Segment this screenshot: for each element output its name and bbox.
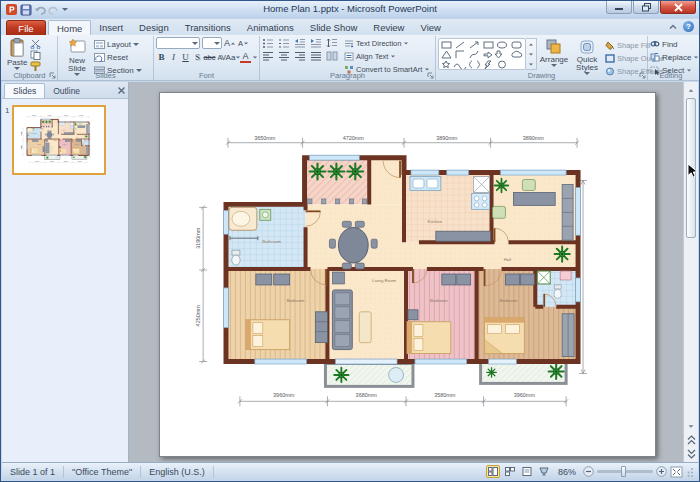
close-button[interactable] (660, 1, 696, 14)
tab-outline-pane[interactable]: Outline (45, 84, 88, 98)
line-spacing-icon[interactable] (326, 38, 338, 48)
dim-bottom-2: 3680mm (356, 392, 378, 398)
align-text-label: Align Text (356, 52, 388, 61)
strikethrough-button[interactable]: abc (204, 51, 215, 63)
align-center-icon[interactable] (278, 51, 290, 61)
balcony-left[interactable] (325, 364, 413, 387)
increase-indent-icon[interactable] (310, 38, 322, 48)
paste-icon (9, 38, 25, 58)
help-button[interactable]: ? (683, 21, 694, 32)
minimize-button[interactable] (606, 1, 632, 14)
slide-thumbnail[interactable] (12, 105, 106, 175)
paste-menu-icon[interactable] (14, 67, 20, 70)
tab-transitions[interactable]: Transitions (177, 20, 239, 35)
font-dialog-launcher-icon[interactable] (251, 72, 258, 79)
slideshow-view-button[interactable] (537, 465, 551, 478)
plant-icon (328, 164, 344, 180)
editing-group-label: Editing (648, 71, 694, 80)
numbering-icon[interactable] (278, 38, 290, 48)
tab-animations[interactable]: Animations (239, 20, 302, 35)
zoom-in-button[interactable] (656, 466, 667, 477)
shrink-font-button[interactable]: A (238, 37, 249, 49)
font-name-combo[interactable] (156, 37, 200, 49)
slides-group-label: Slides (58, 71, 153, 80)
reset-button[interactable]: Reset (94, 52, 142, 63)
shapes-more-icon[interactable] (529, 63, 533, 65)
replace-button[interactable]: Replace (650, 52, 699, 63)
format-painter-icon[interactable] (30, 61, 42, 71)
scroll-up-icon[interactable] (689, 89, 694, 91)
shape-fill-icon (605, 41, 615, 50)
font-size-combo[interactable] (202, 37, 222, 49)
columns-icon[interactable] (326, 51, 338, 61)
tab-review[interactable]: Review (365, 20, 412, 35)
italic-button[interactable]: I (168, 51, 179, 63)
theme-name[interactable]: "Office Theme" (64, 466, 141, 478)
language-status[interactable]: English (U.S.) (141, 466, 214, 478)
text-shadow-button[interactable]: S (192, 51, 203, 63)
collapse-ribbon-icon[interactable] (668, 23, 678, 31)
floor-plan[interactable]: 3650mm 4720mm 3890mm 3890mm 3960mm 3680m… (195, 135, 587, 407)
close-pane-icon[interactable] (117, 86, 126, 95)
layout-button[interactable]: Layout (94, 39, 142, 50)
previous-slide-icon[interactable] (687, 435, 696, 445)
bold-button[interactable]: B (156, 51, 167, 63)
paragraph-dialog-launcher-icon[interactable] (427, 72, 434, 79)
zoom-out-button[interactable] (583, 466, 594, 477)
group-drawing: Arrange Quick Styles Shape Fill Shape (436, 36, 648, 80)
align-text-arrow-icon (391, 55, 395, 57)
clipboard-dialog-launcher-icon[interactable] (49, 72, 56, 79)
zoom-slider-thumb[interactable] (621, 466, 626, 477)
tab-slides-pane[interactable]: Slides (4, 83, 45, 98)
copy-icon[interactable] (30, 50, 42, 60)
bullets-icon[interactable] (262, 38, 274, 48)
shapes-scroll-up-icon[interactable] (529, 43, 533, 45)
fit-to-window-button[interactable] (670, 466, 683, 478)
reading-view-button[interactable] (520, 465, 534, 478)
vertical-scrollbar[interactable] (683, 82, 698, 462)
font-name-dropdown-icon (192, 42, 198, 45)
minimize-icon (615, 3, 623, 11)
zoom-slider[interactable] (597, 470, 653, 473)
grow-font-button[interactable]: A (224, 37, 236, 49)
font-color-button[interactable]: A (240, 52, 251, 63)
zoom-percent[interactable]: 86% (554, 466, 580, 478)
text-direction-button[interactable]: Text Direction (344, 38, 430, 49)
drawing-dialog-launcher-icon[interactable] (639, 72, 646, 79)
justify-icon[interactable] (310, 51, 322, 61)
tab-file[interactable]: File (6, 20, 46, 35)
align-right-icon[interactable] (294, 51, 306, 61)
align-left-icon[interactable] (262, 51, 274, 61)
arrange-icon (546, 39, 562, 55)
slide-sorter-button[interactable] (503, 465, 517, 478)
slide-editor-area: 3650mm 4720mm 3890mm 3890mm 3960mm 3680m… (129, 82, 698, 462)
next-slide-icon[interactable] (687, 449, 696, 459)
room-entry[interactable] (369, 158, 404, 205)
align-text-button[interactable]: Align Text (344, 51, 430, 62)
shapes-scroll-down-icon[interactable] (529, 53, 533, 55)
tab-home[interactable]: Home (48, 20, 91, 35)
bedroom1-label: Bedroom (287, 298, 305, 303)
scroll-down-icon[interactable] (689, 425, 694, 427)
font-color-arrow-icon[interactable] (253, 56, 257, 58)
restore-button[interactable] (633, 1, 659, 14)
grow-font-glyph: A (224, 38, 230, 48)
title-bar: Home Plan 1.pptx - Microsoft PowerPoint (1, 1, 699, 19)
tab-insert[interactable]: Insert (91, 20, 131, 35)
slide-drawing[interactable]: 3650mm 4720mm 3890mm 3890mm 3960mm 3680m… (160, 93, 655, 456)
decrease-indent-icon[interactable] (294, 38, 306, 48)
tab-design[interactable]: Design (131, 20, 177, 35)
find-button[interactable]: Find (650, 39, 699, 50)
replace-arrow-icon (694, 56, 698, 58)
shapes-gallery[interactable] (438, 38, 526, 70)
tab-slideshow[interactable]: Slide Show (302, 20, 366, 35)
underline-button[interactable]: U (180, 51, 191, 63)
paste-button[interactable]: Paste (4, 37, 30, 71)
tab-view[interactable]: View (412, 20, 448, 35)
replace-icon (650, 53, 660, 62)
cut-icon[interactable] (30, 39, 42, 49)
change-case-button[interactable]: Aa (228, 51, 239, 63)
balcony-right[interactable] (481, 363, 567, 384)
normal-view-button[interactable] (486, 465, 500, 478)
slide-canvas[interactable]: 3650mm 4720mm 3890mm 3890mm 3960mm 3680m… (159, 92, 656, 457)
